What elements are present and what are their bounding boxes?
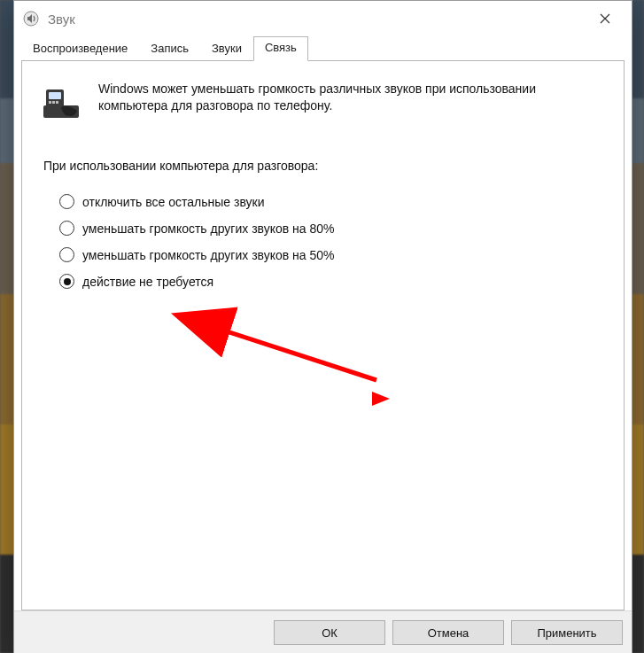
radio-reduce-80[interactable]: уменьшать громкость других звуков на 80% bbox=[59, 221, 606, 236]
apply-button[interactable]: Применить bbox=[511, 620, 623, 645]
radio-icon bbox=[59, 274, 74, 289]
communications-panel: Windows может уменьшать громкость различ… bbox=[21, 61, 625, 610]
tab-sounds[interactable]: Звуки bbox=[200, 37, 253, 61]
radio-label: уменьшать громкость других звуков на 80% bbox=[82, 222, 335, 236]
cancel-button[interactable]: Отмена bbox=[392, 620, 504, 645]
radio-label: отключить все остальные звуки bbox=[82, 195, 264, 209]
sound-dialog: Звук Воспроизведение Запись Звуки Связь bbox=[13, 0, 632, 653]
tab-record[interactable]: Запись bbox=[139, 37, 200, 61]
ok-button[interactable]: ОК bbox=[274, 620, 385, 645]
svg-rect-3 bbox=[49, 92, 61, 99]
svg-rect-5 bbox=[52, 101, 55, 104]
window-title: Звук bbox=[48, 12, 75, 27]
sound-icon bbox=[23, 11, 39, 27]
dialog-footer: ОК Отмена Применить bbox=[14, 610, 632, 653]
svg-line-7 bbox=[221, 330, 376, 380]
svg-rect-6 bbox=[56, 101, 58, 104]
annotation-arrows bbox=[22, 61, 625, 593]
phone-icon bbox=[40, 81, 82, 123]
radio-no-action[interactable]: действие не требуется bbox=[59, 274, 606, 289]
radio-group: отключить все остальные звуки уменьшать … bbox=[59, 194, 606, 289]
svg-rect-4 bbox=[49, 101, 51, 104]
close-button[interactable] bbox=[586, 5, 625, 32]
tab-communications[interactable]: Связь bbox=[253, 36, 308, 61]
intro-text: Windows может уменьшать громкость различ… bbox=[98, 81, 606, 114]
intro-row: Windows может уменьшать громкость различ… bbox=[40, 81, 606, 123]
titlebar: Звук bbox=[14, 1, 632, 36]
radio-label: уменьшать громкость других звуков на 50% bbox=[82, 248, 335, 262]
tabstrip: Воспроизведение Запись Звуки Связь bbox=[14, 36, 632, 61]
radio-reduce-50[interactable]: уменьшать громкость других звуков на 50% bbox=[59, 247, 606, 262]
radio-mute[interactable]: отключить все остальные звуки bbox=[59, 194, 606, 209]
radio-icon bbox=[59, 221, 74, 236]
tab-playback[interactable]: Воспроизведение bbox=[21, 37, 139, 61]
group-label: При использовании компьютера для разгово… bbox=[43, 159, 606, 173]
radio-icon bbox=[59, 194, 74, 209]
radio-icon bbox=[59, 247, 74, 262]
radio-label: действие не требуется bbox=[82, 275, 213, 289]
